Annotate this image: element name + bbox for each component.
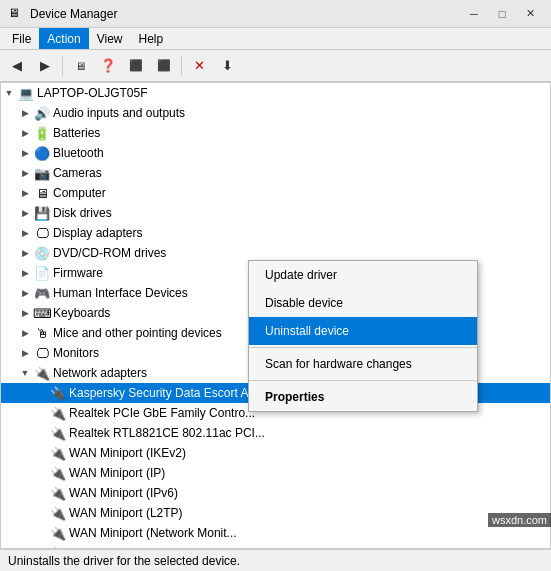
tree-item-icon: 🔊 — [33, 106, 51, 121]
tree-item-icon: 🔌 — [49, 546, 67, 550]
tree-item-icon: 🖥 — [33, 186, 51, 201]
root-icon: 💻 — [17, 86, 35, 101]
tree-expander[interactable]: ▶ — [17, 128, 33, 138]
tree-expander[interactable]: ▼ — [17, 368, 33, 378]
maximize-button[interactable]: □ — [489, 4, 515, 24]
tree-item-label: Display adapters — [51, 226, 546, 240]
tree-expander[interactable]: ▶ — [17, 348, 33, 358]
tree-root[interactable]: ▼ 💻 LAPTOP-OLJGT05F — [1, 83, 550, 103]
tree-item-label: WAN Miniport (PPPOE) — [67, 546, 546, 549]
tree-expander[interactable]: ▶ — [17, 108, 33, 118]
context-menu-item[interactable]: Update driver — [249, 261, 477, 289]
tree-item-icon: 🔌 — [49, 486, 67, 501]
tree-item[interactable]: 🔌WAN Miniport (IPv6) — [1, 483, 550, 503]
tree-item-label: WAN Miniport (IP) — [67, 466, 546, 480]
tree-item-icon: 🎮 — [33, 286, 51, 301]
tree-item[interactable]: 🔌WAN Miniport (Network Monit... — [1, 523, 550, 543]
menu-bar: File Action View Help — [0, 28, 551, 50]
toolbar-properties[interactable]: 🖥 — [67, 54, 93, 78]
tree-item-icon: 🖵 — [33, 346, 51, 361]
tree-item[interactable]: ▶💾Disk drives — [1, 203, 550, 223]
tree-item-icon: 🖵 — [33, 226, 51, 241]
toolbar-uninstall[interactable]: ✕ — [186, 54, 212, 78]
tree-item[interactable]: ▶🖵Display adapters — [1, 223, 550, 243]
tree-item-icon: 🔌 — [49, 506, 67, 521]
tree-item-label: WAN Miniport (IKEv2) — [67, 446, 546, 460]
tree-item-label: Realtek RTL8821CE 802.11ac PCI... — [67, 426, 546, 440]
tree-item-label: Disk drives — [51, 206, 546, 220]
status-bar: Uninstalls the driver for the selected d… — [0, 549, 551, 571]
tree-expander[interactable]: ▶ — [17, 248, 33, 258]
tree-item-label: Bluetooth — [51, 146, 546, 160]
tree-expander[interactable]: ▶ — [17, 308, 33, 318]
tree-expander[interactable]: ▶ — [17, 328, 33, 338]
toolbar-scan[interactable]: ⬇ — [214, 54, 240, 78]
tree-item-label: WAN Miniport (IPv6) — [67, 486, 546, 500]
tree-item[interactable]: ▶🔋Batteries — [1, 123, 550, 143]
tree-item-label: WAN Miniport (Network Monit... — [67, 526, 546, 540]
toolbar-sep-2 — [181, 56, 182, 76]
tree-item[interactable]: ▶🔊Audio inputs and outputs — [1, 103, 550, 123]
app-icon: 🖥 — [8, 6, 24, 22]
tree-item[interactable]: ▶🔵Bluetooth — [1, 143, 550, 163]
context-menu-separator — [249, 380, 477, 381]
context-menu-item[interactable]: Uninstall device — [249, 317, 477, 345]
tree-item[interactable]: ▶🖥Computer — [1, 183, 550, 203]
main-content: ▼ 💻 LAPTOP-OLJGT05F ▶🔊Audio inputs and o… — [0, 82, 551, 549]
tree-item[interactable]: 🔌WAN Miniport (L2TP) — [1, 503, 550, 523]
tree-item-icon: 📷 — [33, 166, 51, 181]
tree-expander[interactable]: ▶ — [17, 168, 33, 178]
tree-item-icon: 🔌 — [49, 406, 67, 421]
tree-item-icon: 🔌 — [49, 526, 67, 541]
toolbar-forward[interactable]: ▶ — [32, 54, 58, 78]
tree-expander[interactable]: ▶ — [17, 288, 33, 298]
tree-item-label: Audio inputs and outputs — [51, 106, 546, 120]
toolbar-help[interactable]: ❓ — [95, 54, 121, 78]
tree-expander[interactable]: ▶ — [17, 268, 33, 278]
tree-item-icon: 🔌 — [49, 426, 67, 441]
window-controls: ─ □ ✕ — [461, 4, 543, 24]
tree-item-icon: 🔌 — [49, 446, 67, 461]
tree-item-icon: 🖱 — [33, 326, 51, 341]
context-menu: Update driverDisable deviceUninstall dev… — [248, 260, 478, 412]
tree-item-label: Computer — [51, 186, 546, 200]
tree-expander[interactable]: ▶ — [17, 228, 33, 238]
tree-expander[interactable]: ▶ — [17, 148, 33, 158]
toolbar-update[interactable]: ⬛ — [123, 54, 149, 78]
tree-item-icon: 🔵 — [33, 146, 51, 161]
menu-help[interactable]: Help — [131, 28, 172, 49]
root-label: LAPTOP-OLJGT05F — [35, 86, 546, 100]
status-text: Uninstalls the driver for the selected d… — [8, 554, 240, 568]
tree-item[interactable]: ▶📷Cameras — [1, 163, 550, 183]
minimize-button[interactable]: ─ — [461, 4, 487, 24]
tree-item-icon: 💾 — [33, 206, 51, 221]
tree-item-label: Batteries — [51, 126, 546, 140]
menu-view[interactable]: View — [89, 28, 131, 49]
tree-item[interactable]: 🔌Realtek RTL8821CE 802.11ac PCI... — [1, 423, 550, 443]
toolbar-sep-1 — [62, 56, 63, 76]
tree-item-label: Cameras — [51, 166, 546, 180]
tree-item-icon: 💿 — [33, 246, 51, 261]
tree-expander[interactable]: ▶ — [17, 188, 33, 198]
context-menu-separator — [249, 347, 477, 348]
tree-item[interactable]: 🔌WAN Miniport (PPPOE) — [1, 543, 550, 549]
context-menu-item[interactable]: Disable device — [249, 289, 477, 317]
toolbar-back[interactable]: ◀ — [4, 54, 30, 78]
menu-action[interactable]: Action — [39, 28, 88, 49]
tree-item-label: WAN Miniport (L2TP) — [67, 506, 546, 520]
tree-item-label: DVD/CD-ROM drives — [51, 246, 546, 260]
tree-item-icon: ⌨ — [33, 306, 51, 321]
tree-item[interactable]: 🔌WAN Miniport (IKEv2) — [1, 443, 550, 463]
menu-file[interactable]: File — [4, 28, 39, 49]
toolbar-drivers[interactable]: ⬛ — [151, 54, 177, 78]
context-menu-item[interactable]: Properties — [249, 383, 477, 411]
tree-item[interactable]: 🔌WAN Miniport (IP) — [1, 463, 550, 483]
close-button[interactable]: ✕ — [517, 4, 543, 24]
tree-expander[interactable]: ▶ — [17, 208, 33, 218]
title-bar: 🖥 Device Manager ─ □ ✕ — [0, 0, 551, 28]
context-menu-item[interactable]: Scan for hardware changes — [249, 350, 477, 378]
context-menu-items: Update driverDisable deviceUninstall dev… — [249, 261, 477, 411]
root-expander[interactable]: ▼ — [1, 88, 17, 98]
app-title: Device Manager — [30, 7, 117, 21]
tree-item-icon: 🔌 — [49, 386, 67, 401]
